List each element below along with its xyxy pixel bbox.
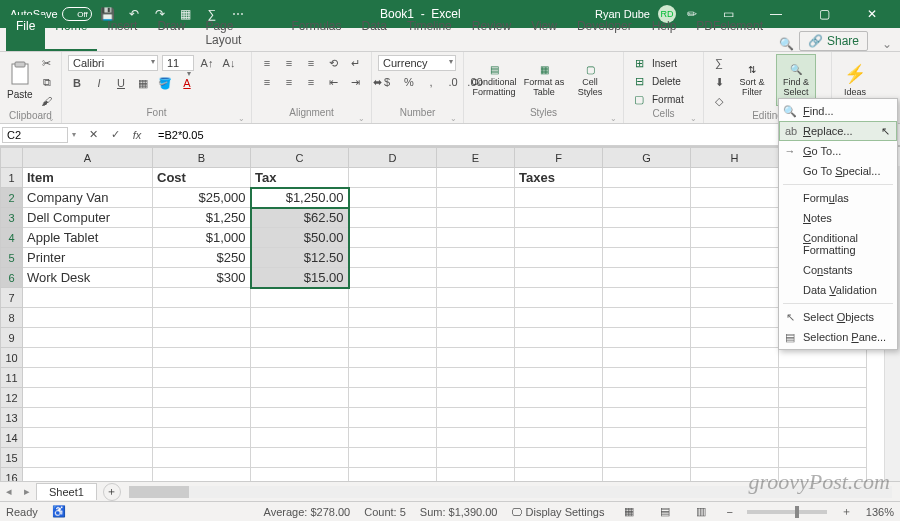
column-header[interactable]: H xyxy=(691,148,779,168)
align-center-icon[interactable]: ≡ xyxy=(280,73,298,91)
cell[interactable] xyxy=(23,408,153,428)
underline-icon[interactable]: U xyxy=(112,74,130,92)
cell[interactable] xyxy=(691,288,779,308)
currency-icon[interactable]: $ xyxy=(378,73,396,91)
save-icon[interactable]: 💾 xyxy=(100,6,116,22)
cell[interactable] xyxy=(779,408,867,428)
format-cells-button[interactable]: ▢Format xyxy=(630,90,684,108)
qat-icon[interactable]: ⋯ xyxy=(230,6,246,22)
row-header[interactable]: 16 xyxy=(1,468,23,482)
cell[interactable]: Dell Computer xyxy=(23,208,153,228)
cell[interactable] xyxy=(23,468,153,482)
cell[interactable] xyxy=(515,288,603,308)
font-size-combo[interactable]: 11 xyxy=(162,55,194,71)
font-name-combo[interactable]: Calibri xyxy=(68,55,158,71)
cell[interactable] xyxy=(349,248,437,268)
cell[interactable]: $300 xyxy=(153,268,251,288)
cell[interactable] xyxy=(23,428,153,448)
horizontal-scrollbar[interactable] xyxy=(129,486,892,498)
menu-item-constants[interactable]: Constants xyxy=(779,260,897,280)
cell[interactable] xyxy=(779,448,867,468)
cell[interactable] xyxy=(603,308,691,328)
row-header[interactable]: 9 xyxy=(1,328,23,348)
cell[interactable] xyxy=(603,188,691,208)
cell[interactable] xyxy=(153,328,251,348)
tab-formulas[interactable]: Formulas xyxy=(282,15,352,51)
normal-view-icon[interactable]: ▦ xyxy=(618,504,640,520)
cell[interactable] xyxy=(349,308,437,328)
cell-styles-button[interactable]: ▢ Cell Styles xyxy=(570,54,610,106)
cell[interactable] xyxy=(349,268,437,288)
menu-item-replace[interactable]: abReplace...↖ xyxy=(779,121,897,141)
redo-icon[interactable]: ↷ xyxy=(152,6,168,22)
increase-indent-icon[interactable]: ⇥ xyxy=(346,73,364,91)
cell[interactable] xyxy=(23,288,153,308)
menu-item-formulas[interactable]: Formulas xyxy=(779,188,897,208)
cell[interactable]: Printer xyxy=(23,248,153,268)
cell[interactable] xyxy=(779,348,867,368)
maximize-button[interactable]: ▢ xyxy=(804,0,844,28)
cell[interactable] xyxy=(153,448,251,468)
cell[interactable] xyxy=(691,368,779,388)
cell[interactable] xyxy=(437,388,515,408)
cell[interactable]: Taxes xyxy=(515,168,603,188)
cell[interactable] xyxy=(603,328,691,348)
row-header[interactable]: 2 xyxy=(1,188,23,208)
cell[interactable]: Tax xyxy=(251,168,349,188)
fill-icon[interactable]: ⬇ xyxy=(710,73,728,91)
percent-icon[interactable]: % xyxy=(400,73,418,91)
cell[interactable] xyxy=(779,428,867,448)
column-header[interactable]: F xyxy=(515,148,603,168)
sheet-nav-prev[interactable]: ◂ xyxy=(0,485,18,498)
menu-item-goto[interactable]: →Go To... xyxy=(779,141,897,161)
cell[interactable] xyxy=(349,428,437,448)
cell[interactable] xyxy=(23,368,153,388)
close-button[interactable]: ✕ xyxy=(852,0,892,28)
cell[interactable] xyxy=(437,368,515,388)
row-header[interactable]: 5 xyxy=(1,248,23,268)
cell[interactable] xyxy=(603,168,691,188)
autosum-icon[interactable]: ∑ xyxy=(710,54,728,72)
cell[interactable] xyxy=(349,368,437,388)
row-header[interactable]: 1 xyxy=(1,168,23,188)
page-break-view-icon[interactable]: ▥ xyxy=(690,504,712,520)
cell[interactable] xyxy=(251,368,349,388)
cell[interactable] xyxy=(437,348,515,368)
cell[interactable] xyxy=(691,388,779,408)
cell[interactable] xyxy=(603,288,691,308)
cell[interactable] xyxy=(779,368,867,388)
cell[interactable] xyxy=(349,208,437,228)
decrease-font-icon[interactable]: A↓ xyxy=(220,54,238,72)
border-icon[interactable]: ▦ xyxy=(134,74,152,92)
paste-button[interactable]: Paste xyxy=(6,54,34,106)
cell[interactable] xyxy=(603,448,691,468)
search-icon[interactable]: 🔍 xyxy=(773,37,799,51)
cell[interactable] xyxy=(515,328,603,348)
cell[interactable] xyxy=(515,248,603,268)
cell[interactable] xyxy=(349,288,437,308)
row-header[interactable]: 6 xyxy=(1,268,23,288)
cell[interactable] xyxy=(515,348,603,368)
cell[interactable] xyxy=(603,348,691,368)
cell[interactable]: Apple Tablet xyxy=(23,228,153,248)
menu-item-selection-pane[interactable]: ▤Selection Pane... xyxy=(779,327,897,347)
cell[interactable] xyxy=(251,448,349,468)
accessibility-icon[interactable]: ♿ xyxy=(52,505,66,518)
column-header[interactable]: B xyxy=(153,148,251,168)
increase-decimal-icon[interactable]: .0 xyxy=(444,73,462,91)
cell[interactable] xyxy=(153,468,251,482)
cell[interactable] xyxy=(23,448,153,468)
cell[interactable]: $1,000 xyxy=(153,228,251,248)
cell[interactable] xyxy=(691,228,779,248)
cell[interactable] xyxy=(349,408,437,428)
page-layout-view-icon[interactable]: ▤ xyxy=(654,504,676,520)
menu-item-data-validation[interactable]: Data Validation xyxy=(779,280,897,300)
cell[interactable] xyxy=(603,408,691,428)
row-header[interactable]: 10 xyxy=(1,348,23,368)
cut-icon[interactable]: ✂ xyxy=(38,54,56,72)
tab-view[interactable]: View xyxy=(521,15,567,51)
cell[interactable] xyxy=(349,468,437,482)
cell[interactable] xyxy=(437,328,515,348)
tab-data[interactable]: Data xyxy=(352,15,397,51)
cell[interactable] xyxy=(349,328,437,348)
